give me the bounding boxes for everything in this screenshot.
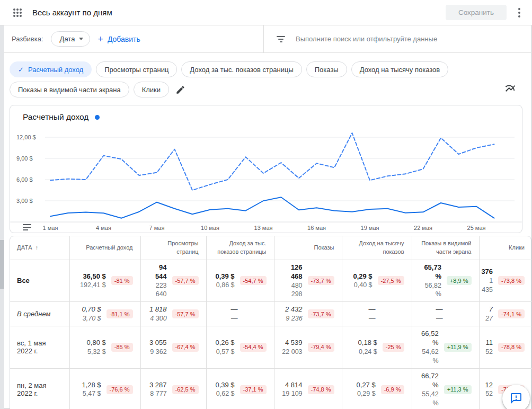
delta-badge: -57,7 % xyxy=(172,309,199,318)
column-header-2[interactable]: Просмотры страниц xyxy=(140,236,206,260)
save-button[interactable]: Сохранить xyxy=(446,5,507,20)
feedback-button[interactable] xyxy=(502,385,530,409)
metric-cell: —— xyxy=(206,302,274,326)
metric-cell: 0,29 $0,40 $-27,5 % xyxy=(342,260,412,302)
current-value: 36,50 $ xyxy=(80,272,106,281)
delta-badge: -6,9 % xyxy=(381,385,404,394)
previous-value: 192,41 $ xyxy=(80,281,106,290)
previous-value: 56,82 % xyxy=(420,281,441,299)
current-value: 0,26 $ xyxy=(215,338,234,348)
current-value: 0,29 $ xyxy=(353,272,372,281)
metric-cell: 94 544223 640-57,7 % xyxy=(140,260,206,302)
delta-badge: -54,7 % xyxy=(240,276,267,285)
metric-cell: 66,52 %54,62 %+11,9 % xyxy=(412,326,479,368)
current-period-line xyxy=(50,197,494,218)
current-value: 66,52 % xyxy=(420,329,439,348)
table-row-0: Все36,50 $192,41 $-81 %94 544223 640-57,… xyxy=(10,260,532,302)
delta-badge: -57,7 % xyxy=(172,276,199,285)
table-header-row: ДАТА↑Расчетный доходПросмотры страницДох… xyxy=(10,236,532,260)
metric-chip-3[interactable]: Показы xyxy=(306,61,347,77)
metric-chip-0[interactable]: ✓Расчетный доход xyxy=(10,61,92,77)
delta-badge: -37,1 % xyxy=(240,385,267,394)
delta-badge: -85 % xyxy=(111,343,133,352)
column-header-7[interactable]: Клики xyxy=(479,236,532,260)
delta-badge: +8,9 % xyxy=(447,276,472,285)
add-breakdown-button[interactable]: + Добавить xyxy=(97,35,140,43)
current-value: 0,18 $ xyxy=(358,338,377,348)
check-icon: ✓ xyxy=(18,66,24,74)
metric-cell: —— xyxy=(412,302,479,326)
current-value: 4 539 xyxy=(282,338,302,348)
column-header-3[interactable]: Доход за тыс. показов страницы xyxy=(206,236,274,260)
metric-cell: 727-74,1 % xyxy=(479,302,532,326)
multiline-chart-icon[interactable] xyxy=(502,81,518,96)
previous-period-line xyxy=(50,133,494,190)
delta-badge: -78,8 % xyxy=(498,343,525,352)
metric-chips: ✓Расчетный доходПросмотры страницДоход з… xyxy=(10,61,486,97)
metric-chip-4[interactable]: Доход на тысячу показов xyxy=(351,61,449,77)
show-table-icon[interactable] xyxy=(23,224,31,230)
previous-value: 0,40 $ xyxy=(353,281,372,290)
column-header-5[interactable]: Доход на тысячу показов xyxy=(342,236,412,260)
previous-value: — xyxy=(369,314,376,323)
metric-chip-1[interactable]: Просмотры страниц xyxy=(96,61,177,77)
x-axis-tick-label: 1 мая xyxy=(43,225,58,231)
y-axis-tick-label: 12,00 $ xyxy=(16,134,36,140)
metric-cell: 126 468480 298-73,7 % xyxy=(274,260,342,302)
current-value: 0,70 $ xyxy=(82,305,101,314)
delta-badge: -73,8 % xyxy=(498,276,525,285)
column-header-1[interactable]: Расчетный доход xyxy=(69,236,140,260)
apps-grid-icon[interactable] xyxy=(13,8,22,17)
edit-metrics-pencil-icon[interactable] xyxy=(173,82,188,97)
metric-cell: 0,27 $0,29 $-6,9 % xyxy=(342,368,412,409)
breakdown-value: Дата xyxy=(60,35,75,43)
metric-cell: 3 0559 362-67,4 % xyxy=(140,326,206,368)
metric-cell: 4 53922 003-79,4 % xyxy=(274,326,342,368)
current-value: 4 814 xyxy=(282,380,302,390)
delta-badge: -74,1 % xyxy=(498,309,525,318)
table-row-2: вс, 1 мая 2022 г.0,80 $5,32 $-85 %3 0559… xyxy=(10,326,532,368)
metric-chip-6[interactable]: Клики xyxy=(134,82,169,97)
previous-value: 3,70 $ xyxy=(82,314,101,323)
previous-value: 9 236 xyxy=(285,314,303,323)
delta-badge: -76,6 % xyxy=(107,385,133,394)
y-axis-tick-label: 6,00 $ xyxy=(16,176,33,183)
chevron-down-icon xyxy=(79,38,83,40)
search-filter-bar[interactable]: Выполните поиск или отфильтруйте данные xyxy=(263,25,532,52)
delta-badge: +11,3 % xyxy=(444,385,472,394)
x-axis-tick-label: 7 мая xyxy=(149,225,165,231)
previous-value: 55,42 % xyxy=(420,390,439,408)
breakdown-label: Разбивка: xyxy=(12,35,43,43)
metric-chip-label: Показы xyxy=(315,66,339,74)
current-value: 7 xyxy=(485,305,493,314)
column-header-label: Показы в видимой части экрана xyxy=(421,240,471,255)
chart-header: Расчетный доход xyxy=(10,105,522,129)
column-header-6[interactable]: Показы в видимой части экрана xyxy=(412,236,479,260)
previous-value: 1 435 xyxy=(481,277,493,295)
breakdown-dropdown[interactable]: Дата xyxy=(51,31,91,47)
more-options-icon[interactable] xyxy=(515,6,524,20)
column-header-label: Расчетный доход xyxy=(86,244,132,251)
current-value: 94 544 xyxy=(148,263,167,281)
metric-chip-2[interactable]: Доход за тыс. показов страницы xyxy=(181,61,302,77)
filter-icon xyxy=(277,36,285,42)
scrollbar-thumb[interactable] xyxy=(0,240,4,289)
metric-cell: 0,39 $0,86 $-54,7 % xyxy=(206,260,274,302)
app-header: Весь аккаунт по дням Сохранить xyxy=(0,0,532,25)
column-header-4[interactable]: Показы xyxy=(274,236,342,260)
previous-value: 0,24 $ xyxy=(358,348,377,357)
current-value: — xyxy=(369,305,376,314)
x-axis-tick-label: 22 мая xyxy=(414,225,432,231)
metric-chip-label: Клики xyxy=(142,86,161,94)
current-value: 0,80 $ xyxy=(87,338,106,348)
column-header-label: Просмотры страниц xyxy=(167,240,198,255)
vertical-scrollbar[interactable] xyxy=(0,25,4,409)
legend-dot-icon xyxy=(95,115,100,120)
column-header-0[interactable]: ДАТА↑ xyxy=(10,236,69,260)
previous-value: 54,62 % xyxy=(420,348,439,366)
previous-value: 52 xyxy=(485,348,493,357)
previous-value: 0,86 $ xyxy=(215,281,234,290)
metric-chip-5[interactable]: Показы в видимой части экрана xyxy=(10,82,129,97)
metric-cell: 3 2878 777-62,5 % xyxy=(140,368,206,409)
toolbar: Разбивка: Дата + Добавить Выполните поис… xyxy=(0,25,532,53)
